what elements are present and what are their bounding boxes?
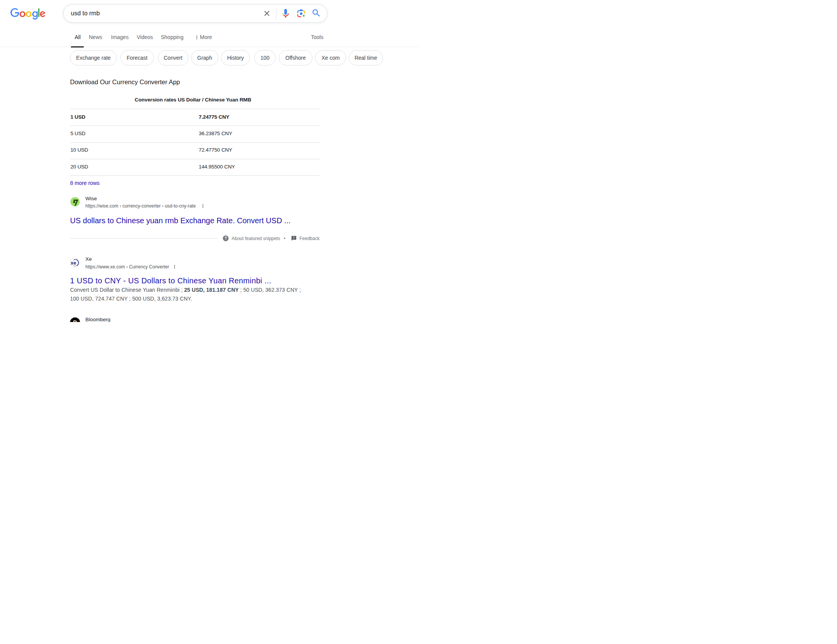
svg-text:xe: xe bbox=[71, 260, 76, 266]
